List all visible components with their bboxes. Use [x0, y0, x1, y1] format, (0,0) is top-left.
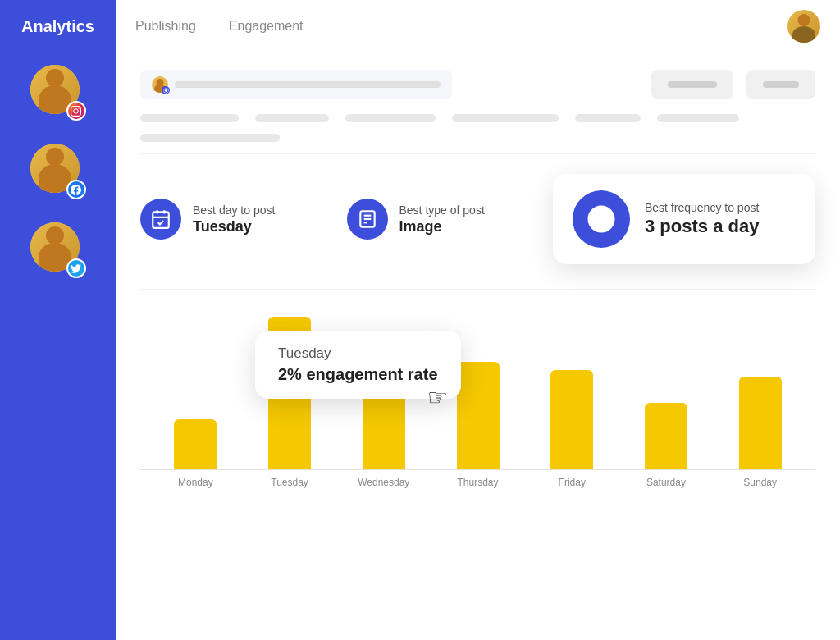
skeleton-block — [575, 114, 641, 122]
insight-icon-clock — [573, 190, 630, 248]
insight-value-best-type: Image — [399, 218, 485, 235]
filter-input-container[interactable] — [140, 70, 452, 99]
content-area: Best day to post Tuesday Best type of po… — [116, 53, 840, 640]
skeleton-block — [345, 114, 436, 122]
skeleton-row-1 — [140, 114, 815, 122]
divider — [140, 153, 815, 154]
filter-input-line — [175, 81, 441, 88]
filter-button-2[interactable] — [746, 70, 815, 99]
facebook-badge — [66, 180, 86, 199]
insight-label-best-day: Best day to post — [193, 203, 275, 217]
insight-value-best-frequency: 3 posts a day — [645, 216, 759, 237]
skeleton-block — [140, 114, 239, 122]
bar-label-thursday: Thursday — [431, 470, 525, 488]
cursor-icon: ☞ — [427, 384, 448, 411]
bar-label-tuesday: Tuesday — [243, 470, 337, 488]
bar-friday — [550, 370, 593, 469]
bar-group-saturday[interactable] — [619, 306, 714, 469]
bar-saturday — [645, 403, 687, 469]
filter-button-1[interactable] — [651, 70, 733, 99]
insight-label-best-type: Best type of post — [399, 203, 485, 217]
insight-label-best-frequency: Best frequency to post — [645, 201, 759, 214]
sidebar-title: Analytics — [0, 0, 116, 53]
twitter-badge — [66, 258, 86, 278]
svg-point-0 — [165, 89, 167, 92]
insight-text-best-frequency: Best frequency to post 3 posts a day — [645, 201, 759, 237]
insight-text-best-type: Best type of post Image — [399, 203, 485, 235]
bar-label-friday: Friday — [525, 470, 619, 488]
sidebar: Analytics — [0, 0, 116, 640]
bar-sunday — [739, 377, 782, 469]
bar-label-sunday: Sunday — [713, 470, 807, 488]
filter-btn-2-line — [763, 81, 799, 88]
skeleton-block — [255, 114, 329, 122]
skeleton-row-2 — [140, 134, 815, 142]
bar-label-monday: Monday — [148, 470, 243, 488]
filter-btn-1-line — [668, 81, 717, 88]
instagram-badge — [66, 101, 86, 121]
skeleton-block — [452, 114, 559, 122]
insight-value-best-day: Tuesday — [193, 218, 275, 235]
bar-label-wednesday: Wednesday — [336, 470, 431, 488]
bar-group-monday[interactable] — [148, 306, 243, 469]
skeleton-block — [140, 134, 280, 142]
bar-group-friday[interactable] — [525, 306, 619, 469]
bar-thursday — [457, 362, 500, 469]
insight-icon-document — [347, 199, 388, 240]
tab-publishing[interactable]: Publishing — [135, 16, 196, 37]
bar-group-sunday[interactable] — [713, 306, 807, 469]
svg-rect-1 — [153, 212, 169, 228]
insights-row: Best day to post Tuesday Best type of po… — [140, 174, 815, 264]
insight-card-best-day: Best day to post Tuesday — [140, 174, 327, 264]
sidebar-item-facebook[interactable] — [30, 144, 86, 199]
bar-chart — [140, 306, 815, 470]
sidebar-item-twitter[interactable] — [30, 222, 86, 278]
user-avatar[interactable] — [788, 10, 820, 43]
sidebar-item-instagram[interactable] — [30, 65, 86, 121]
insight-icon-calendar — [140, 199, 181, 240]
skeleton-block — [657, 114, 739, 122]
tooltip-value: 2% engagement rate — [278, 365, 438, 384]
bar-monday — [174, 419, 217, 469]
topnav: Publishing Engagement — [116, 0, 840, 53]
main-content: Publishing Engagement — [116, 0, 840, 640]
tooltip-day: Tuesday — [278, 345, 438, 362]
insight-card-best-type: Best type of post Image — [347, 174, 534, 264]
chart-area: Tuesday 2% engagement rate ☞ MondayTuesd… — [140, 306, 815, 488]
divider-2 — [140, 289, 815, 290]
bar-label-saturday: Saturday — [619, 470, 714, 488]
tab-engagement[interactable]: Engagement — [229, 16, 304, 37]
bar-labels: MondayTuesdayWednesdayThursdayFridaySatu… — [140, 470, 815, 488]
insight-card-best-frequency: Best frequency to post 3 posts a day — [553, 174, 815, 264]
insight-text-best-day: Best day to post Tuesday — [193, 203, 275, 235]
filter-bar — [140, 70, 815, 99]
